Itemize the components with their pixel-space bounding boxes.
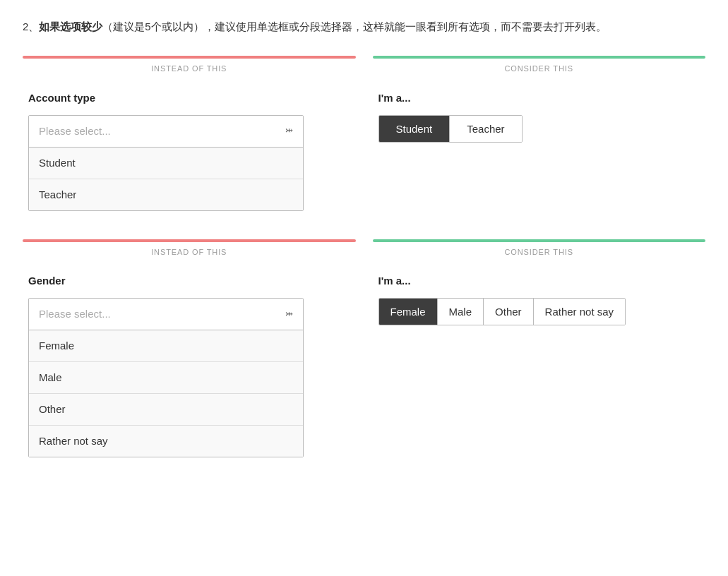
account-instead-panel: INSTEAD OF THIS Account type Please sele… [23, 56, 356, 211]
intro-prefix: 2、 [23, 20, 39, 32]
gender-consider-panel: CONSIDER THIS I'm a... Female Male Other… [373, 239, 706, 458]
account-option-teacher[interactable]: Teacher [29, 179, 303, 210]
gender-option-male[interactable]: Male [29, 362, 303, 394]
gender-segment-female[interactable]: Female [379, 299, 438, 325]
gender-segment-group: Female Male Other Rather not say [378, 298, 626, 325]
account-segment-teacher[interactable]: Teacher [450, 116, 521, 142]
gender-option-rather[interactable]: Rather not say [29, 426, 303, 457]
account-dropdown-placeholder: Please select... [39, 123, 111, 140]
account-ima-label: I'm a... [378, 90, 700, 107]
chevron-down-icon-2: ⤔ [285, 307, 293, 322]
gender-instead-label: INSTEAD OF THIS [23, 246, 356, 259]
gender-dropdown-placeholder: Please select... [39, 306, 111, 323]
account-consider-panel: CONSIDER THIS I'm a... Student Teacher [373, 56, 706, 211]
account-consider-content: I'm a... Student Teacher [373, 90, 706, 143]
gender-option-other[interactable]: Other [29, 394, 303, 426]
account-dropdown[interactable]: Please select... ⤔ Student Teacher [28, 115, 304, 211]
example-row-account: INSTEAD OF THIS Account type Please sele… [23, 56, 705, 211]
account-segment-group: Student Teacher [378, 115, 523, 143]
gender-segment-other[interactable]: Other [484, 299, 534, 325]
gender-consider-bar [373, 239, 706, 242]
gender-dropdown-header[interactable]: Please select... ⤔ [29, 299, 303, 330]
account-consider-label: CONSIDER THIS [373, 63, 706, 76]
intro-suffix: （建议是5个或以内），建议使用单选框或分段选择器，这样就能一眼看到所有选项，而不… [102, 20, 606, 32]
chevron-down-icon: ⤔ [285, 124, 293, 138]
gender-ima-label: I'm a... [378, 272, 700, 289]
intro-paragraph: 2、如果选项较少（建议是5个或以内），建议使用单选框或分段选择器，这样就能一眼看… [23, 17, 705, 36]
account-option-student[interactable]: Student [29, 148, 303, 179]
account-consider-bar [373, 56, 706, 59]
examples-container: INSTEAD OF THIS Account type Please sele… [23, 56, 705, 486]
gender-instead-bar [23, 239, 356, 242]
intro-bold: 如果选项较少 [39, 20, 102, 32]
account-instead-label: INSTEAD OF THIS [23, 63, 356, 76]
gender-option-female[interactable]: Female [29, 330, 303, 362]
gender-instead-content: Gender Please select... ⤔ Female Male Ot… [23, 272, 356, 457]
gender-instead-panel: INSTEAD OF THIS Gender Please select... … [23, 239, 356, 458]
account-instead-content: Account type Please select... ⤔ Student … [23, 90, 356, 211]
gender-consider-label: CONSIDER THIS [373, 246, 706, 259]
account-field-label: Account type [28, 90, 350, 107]
gender-segment-male[interactable]: Male [438, 299, 484, 325]
example-row-gender: INSTEAD OF THIS Gender Please select... … [23, 239, 705, 458]
account-instead-bar [23, 56, 356, 59]
gender-dropdown[interactable]: Please select... ⤔ Female Male Other Rat… [28, 298, 304, 457]
account-dropdown-header[interactable]: Please select... ⤔ [29, 116, 303, 148]
gender-field-label: Gender [28, 272, 350, 289]
account-segment-student[interactable]: Student [379, 116, 450, 142]
gender-segment-rather[interactable]: Rather not say [534, 299, 626, 325]
gender-consider-content: I'm a... Female Male Other Rather not sa… [373, 272, 706, 325]
